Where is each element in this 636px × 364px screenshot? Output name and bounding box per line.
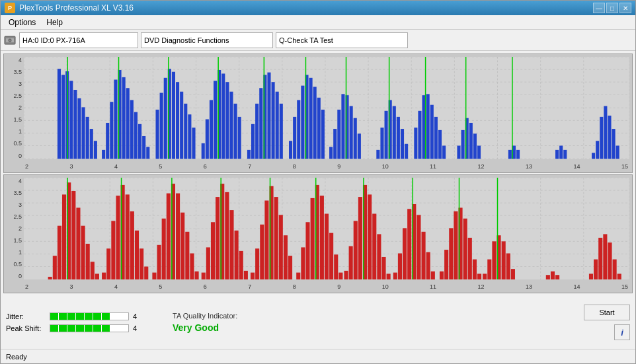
y-label-25b: 2.5: [13, 213, 22, 220]
svg-rect-186: [152, 272, 156, 279]
svg-rect-177: [106, 248, 110, 279]
svg-rect-37: [94, 141, 97, 159]
svg-rect-36: [90, 129, 93, 159]
maximize-button[interactable]: □: [606, 3, 618, 13]
svg-rect-207: [255, 248, 259, 279]
svg-rect-204: [239, 250, 243, 279]
y-label-25: 2.5: [13, 92, 22, 99]
menu-bar: Options Help: [1, 15, 635, 30]
svg-rect-228: [358, 197, 362, 279]
svg-rect-59: [192, 127, 195, 159]
svg-rect-206: [251, 272, 255, 279]
svg-rect-88: [329, 147, 333, 159]
svg-rect-236: [398, 253, 402, 279]
svg-rect-199: [216, 197, 219, 279]
y-label-4b: 4: [19, 178, 22, 184]
svg-rect-101: [397, 117, 400, 159]
svg-rect-255: [492, 241, 496, 279]
bottom-chart-y-axis: 4 3.5 3 2.5 2 1.5 1 0.5 0: [4, 178, 24, 280]
svg-rect-32: [73, 90, 77, 159]
svg-rect-183: [135, 230, 139, 279]
svg-rect-253: [483, 273, 487, 279]
svg-rect-111: [442, 146, 446, 159]
svg-rect-249: [463, 218, 467, 279]
function-select[interactable]: DVD Diagnostic Functions: [141, 32, 273, 48]
svg-rect-100: [393, 106, 396, 159]
title-controls: — □ ✕: [593, 3, 631, 13]
metrics-section: Jitter: 4 Peak Shift:: [6, 312, 146, 332]
top-chart-area: [24, 57, 629, 159]
peak-shift-bar: [50, 324, 129, 332]
test-select[interactable]: Q-Check TA Test: [276, 32, 408, 48]
y-label-2: 2: [19, 104, 22, 111]
svg-rect-267: [608, 242, 612, 279]
svg-rect-28: [58, 69, 61, 159]
close-button[interactable]: ✕: [619, 3, 631, 13]
svg-rect-69: [238, 117, 241, 159]
svg-rect-202: [229, 210, 233, 279]
svg-rect-246: [449, 228, 453, 279]
svg-rect-178: [111, 221, 115, 279]
svg-rect-70: [247, 150, 251, 159]
svg-rect-40: [110, 102, 113, 159]
minimize-button[interactable]: —: [593, 3, 605, 13]
y-label-35: 3.5: [13, 69, 22, 75]
svg-rect-198: [211, 222, 215, 279]
svg-rect-84: [309, 78, 313, 159]
svg-rect-44: [126, 88, 130, 159]
svg-rect-265: [598, 237, 602, 279]
svg-rect-122: [559, 146, 563, 159]
svg-rect-87: [321, 110, 325, 159]
svg-rect-91: [341, 94, 344, 159]
info-button[interactable]: i: [614, 324, 630, 340]
start-button[interactable]: Start: [584, 305, 630, 320]
peak-shift-value: 4: [133, 324, 146, 332]
svg-rect-232: [377, 234, 381, 279]
y-label-05: 0.5: [13, 140, 22, 147]
svg-rect-89: [333, 129, 337, 159]
svg-rect-222: [329, 233, 333, 279]
svg-rect-45: [130, 100, 134, 159]
svg-rect-238: [407, 209, 411, 279]
svg-rect-57: [184, 104, 187, 159]
menu-options[interactable]: Options: [3, 17, 41, 28]
svg-rect-113: [461, 130, 465, 159]
svg-rect-208: [260, 224, 264, 279]
svg-rect-82: [301, 86, 304, 159]
svg-rect-86: [317, 98, 321, 159]
svg-rect-269: [617, 273, 621, 279]
svg-rect-211: [274, 197, 278, 279]
svg-rect-166: [53, 256, 57, 279]
menu-help[interactable]: Help: [41, 17, 68, 28]
svg-rect-189: [167, 193, 171, 279]
svg-rect-81: [297, 100, 300, 159]
svg-rect-49: [146, 147, 149, 159]
svg-rect-227: [354, 221, 358, 279]
main-content: 4 3.5 3 2.5 2 1.5 1 0.5 0: [1, 51, 635, 296]
svg-rect-247: [454, 211, 457, 279]
peak-shift-row: Peak Shift: 4: [6, 324, 146, 332]
toolbar: HA:0 ID:0 PX-716A DVD Diagnostic Functio…: [1, 30, 635, 51]
svg-rect-262: [555, 275, 559, 279]
svg-rect-173: [86, 243, 90, 279]
svg-rect-224: [338, 272, 342, 279]
top-chart-svg: [24, 57, 629, 159]
svg-rect-90: [337, 110, 340, 159]
title-bar: P PlexTools Professional XL V3.16 — □ ✕: [1, 1, 635, 15]
svg-rect-71: [251, 124, 255, 159]
svg-rect-51: [160, 93, 163, 159]
svg-rect-184: [139, 248, 143, 279]
svg-rect-264: [594, 259, 598, 279]
svg-rect-170: [71, 190, 75, 279]
svg-rect-112: [457, 146, 460, 159]
bottom-chart-area: [24, 178, 629, 280]
drive-select[interactable]: HA:0 ID:0 PX-716A: [19, 32, 138, 48]
ta-quality-value: Very Good: [173, 322, 237, 333]
svg-rect-34: [82, 107, 85, 159]
svg-rect-181: [126, 194, 130, 279]
drive-icon: [3, 34, 17, 47]
svg-rect-78: [280, 104, 283, 159]
svg-rect-221: [325, 213, 329, 279]
y-label-3b: 3: [19, 201, 22, 208]
svg-rect-115: [469, 123, 473, 159]
